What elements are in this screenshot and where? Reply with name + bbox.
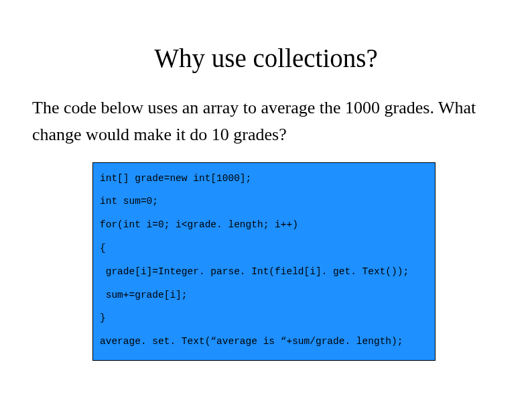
code-line: } <box>100 312 106 323</box>
code-line: int[] grade=new int[1000]; <box>100 173 251 184</box>
code-line: int sum=0; <box>100 196 158 207</box>
code-content: int[] grade=new int[1000]; int sum=0; fo… <box>100 167 428 353</box>
slide-paragraph: The code below uses an array to average … <box>32 95 500 149</box>
code-line: average. set. Text(“average is “+sum/gra… <box>100 336 403 347</box>
slide: Why use collections? The code below uses… <box>0 43 532 399</box>
code-line: for(int i=0; i<grade. length; i++) <box>100 219 298 230</box>
code-block: int[] grade=new int[1000]; int sum=0; fo… <box>92 162 436 361</box>
slide-title: Why use collections? <box>0 43 532 73</box>
code-line: grade[i]=Integer. parse. Int(field[i]. g… <box>100 266 409 277</box>
code-line: sum+=grade[i]; <box>100 290 188 300</box>
code-line: { <box>100 243 106 253</box>
